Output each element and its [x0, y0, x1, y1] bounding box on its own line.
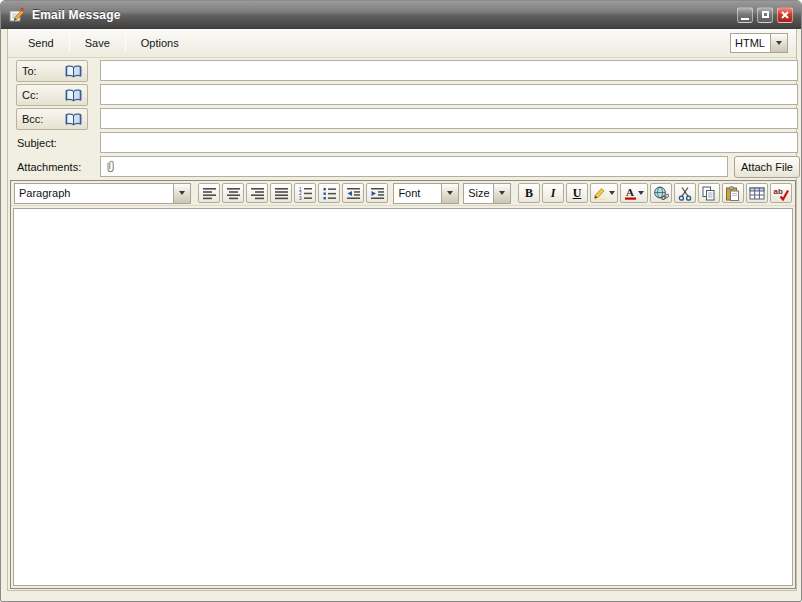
justify-icon	[274, 187, 289, 200]
table-icon	[749, 187, 765, 200]
font-color-icon: A	[624, 186, 637, 200]
justify-button[interactable]	[270, 183, 292, 203]
indent-icon	[370, 187, 385, 200]
window-body: Send Save Options HTML To:	[7, 29, 797, 591]
editor-toolbar: Paragraph	[11, 181, 795, 206]
address-book-icon	[65, 113, 82, 126]
attachments-field[interactable]	[100, 156, 728, 177]
to-input[interactable]	[100, 60, 798, 81]
align-right-button[interactable]	[246, 183, 268, 203]
paste-button[interactable]	[722, 183, 744, 203]
svg-text:ab: ab	[773, 187, 782, 196]
bold-button[interactable]: B	[518, 183, 540, 203]
address-book-icon	[65, 65, 82, 78]
copy-icon	[701, 186, 716, 201]
underline-button[interactable]: U	[566, 183, 588, 203]
maximize-icon	[762, 11, 769, 18]
main-toolbar: Send Save Options HTML	[8, 29, 796, 58]
close-icon	[780, 10, 790, 20]
chevron-down-icon[interactable]	[493, 184, 510, 203]
paperclip-icon	[105, 159, 116, 174]
highlight-color-button[interactable]	[590, 183, 618, 203]
minimize-icon	[741, 18, 749, 20]
bcc-input[interactable]	[100, 108, 798, 129]
italic-button[interactable]: I	[542, 183, 564, 203]
insert-link-button[interactable]	[650, 183, 672, 203]
minimize-button[interactable]	[737, 7, 753, 23]
spell-check-button[interactable]: ab	[770, 183, 792, 203]
maximize-button[interactable]	[757, 7, 773, 23]
unordered-list-icon	[322, 186, 337, 200]
font-select[interactable]: Font	[393, 183, 459, 204]
cc-input[interactable]	[100, 84, 798, 105]
size-select-value: Size	[464, 184, 493, 203]
outdent-button[interactable]	[342, 183, 364, 203]
address-book-icon	[65, 89, 82, 102]
ordered-list-button[interactable]: 1 2 3	[294, 183, 316, 203]
bcc-addressbook-button[interactable]: Bcc:	[16, 108, 88, 130]
editor-body[interactable]	[13, 208, 793, 586]
cc-addressbook-button[interactable]: Cc:	[16, 84, 88, 106]
chevron-down-icon[interactable]	[441, 184, 458, 203]
subject-label: Subject:	[16, 137, 92, 149]
align-left-icon	[202, 187, 217, 200]
indent-button[interactable]	[366, 183, 388, 203]
compose-email-icon	[9, 7, 25, 23]
titlebar[interactable]: Email Message	[1, 1, 801, 29]
close-button[interactable]	[777, 7, 793, 23]
save-button[interactable]: Save	[73, 32, 122, 54]
align-center-button[interactable]	[222, 183, 244, 203]
svg-text:3: 3	[299, 196, 302, 200]
email-message-window: Email Message Send Save Options	[0, 0, 802, 602]
align-left-button[interactable]	[198, 183, 220, 203]
window-title: Email Message	[32, 8, 121, 22]
to-label: To:	[22, 65, 37, 77]
size-select[interactable]: Size	[463, 183, 511, 204]
spell-check-icon: ab	[773, 186, 789, 201]
cut-button[interactable]	[674, 183, 696, 203]
paragraph-select[interactable]: Paragraph	[14, 183, 191, 204]
send-button[interactable]: Send	[16, 32, 66, 54]
cc-label: Cc:	[22, 89, 39, 101]
chevron-down-icon	[609, 191, 615, 195]
align-center-icon	[226, 187, 241, 200]
paste-icon	[725, 186, 740, 201]
attach-file-button[interactable]: Attach File	[734, 156, 800, 178]
bcc-label: Bcc:	[22, 113, 43, 125]
outdent-icon	[346, 187, 361, 200]
font-select-value: Font	[394, 184, 441, 203]
toolbar-separator	[69, 35, 70, 51]
subject-input[interactable]	[100, 132, 798, 153]
toolbar-separator	[125, 35, 126, 51]
insert-table-button[interactable]	[746, 183, 768, 203]
highlighter-icon	[593, 186, 608, 200]
scissors-icon	[678, 186, 692, 201]
unordered-list-button[interactable]	[318, 183, 340, 203]
options-button[interactable]: Options	[129, 32, 191, 54]
svg-text:A: A	[626, 186, 634, 198]
format-select[interactable]: HTML	[730, 33, 788, 53]
attachments-label: Attachments:	[16, 161, 92, 173]
ordered-list-icon: 1 2 3	[298, 186, 313, 200]
chevron-down-icon[interactable]	[770, 34, 787, 52]
align-right-icon	[250, 187, 265, 200]
paragraph-select-value: Paragraph	[15, 184, 173, 203]
format-select-value: HTML	[731, 34, 770, 52]
chevron-down-icon	[638, 191, 644, 195]
chevron-down-icon[interactable]	[173, 184, 190, 203]
font-color-button[interactable]: A	[620, 183, 648, 203]
to-addressbook-button[interactable]: To:	[16, 60, 88, 82]
html-editor: Paragraph	[10, 180, 796, 589]
globe-link-icon	[653, 186, 669, 201]
copy-button[interactable]	[698, 183, 720, 203]
